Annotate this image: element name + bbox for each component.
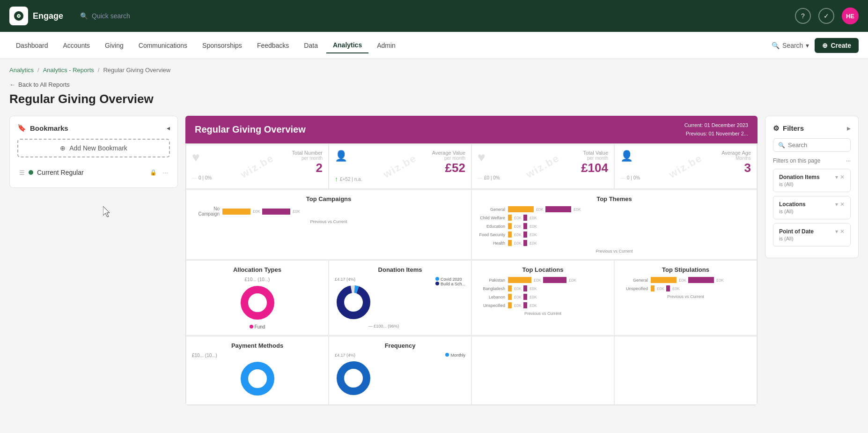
chart-title-campaigns: Top Campaigns (192, 195, 465, 202)
stat-label-2: Total Value (581, 150, 608, 156)
add-bookmark-button[interactable]: ⊕ Add New Bookmark (17, 139, 170, 157)
nav-feedbacks[interactable]: Feedbacks (250, 38, 295, 53)
logo-icon (9, 7, 28, 25)
stat-value-0: 2 (292, 161, 323, 175)
nav-analytics[interactable]: Analytics (326, 37, 368, 53)
svg-point-4 (244, 366, 271, 392)
tasks-button[interactable]: ✓ (818, 8, 834, 24)
help-button[interactable]: ? (795, 8, 811, 24)
bookmarks-header: 🔖 Bookmarks ◂ (17, 124, 170, 132)
stat-value-2: £104 (581, 161, 608, 175)
logo-wrap[interactable]: Engage (9, 7, 63, 25)
chart-top-stipulations: Top Stipulations General £0K £0K (614, 260, 757, 336)
chart-placeholder-2 (614, 336, 757, 405)
avatar[interactable]: HE (842, 7, 859, 24)
nav-dashboard[interactable]: Dashboard (9, 38, 55, 53)
chart-title-stipulations: Top Stipulations (620, 266, 751, 273)
nav-admin[interactable]: Admin (370, 38, 402, 53)
filter-donation-items: Donation Items ▾ ✕ is (All) (773, 169, 851, 192)
stat-sub-1: per month (432, 156, 465, 161)
search-icon: 🔍 (80, 12, 88, 20)
nav-right: 🔍 Search ▾ ⊕ Create (772, 38, 859, 53)
stat-footer-0: — 0 | 0% (192, 175, 323, 180)
filter-search-input[interactable] (788, 142, 846, 149)
bookmarks-panel: 🔖 Bookmarks ◂ ⊕ Add New Bookmark ☰ Curre… (9, 116, 178, 188)
svg-point-0 (244, 290, 271, 316)
dashboard-header: Regular Giving Overview Current: 01 Dece… (185, 116, 758, 143)
bar-row-no-campaign: No Campaign £0K £0K (192, 206, 465, 216)
dashboard-current-date: Current: 01 December 2023 (684, 121, 748, 130)
chart-title-payment: Payment Methods (192, 342, 323, 349)
campaigns-chart: No Campaign £0K £0K (192, 206, 465, 216)
chart-title-themes: Top Themes (478, 195, 751, 202)
page-header: ← Back to All Reports Regular Giving Ove… (9, 77, 859, 116)
filters-title: ⚙ Filters (773, 124, 804, 133)
chart-title-frequency: Frequency (335, 342, 465, 349)
allocation-donut (239, 284, 276, 321)
chevron-down-icon: ▾ (806, 42, 809, 49)
top-bar-right: ? ✓ HE (795, 7, 859, 24)
charts-row-1: Top Campaigns No Campaign £0K £0K (186, 189, 757, 260)
breadcrumb-sep1: / (37, 67, 39, 74)
collapse-bookmarks-button[interactable]: ◂ (167, 124, 170, 132)
expand-filters-icon[interactable]: ▸ (847, 124, 851, 133)
stat-label-1: Average Value (432, 150, 465, 156)
themes-chart: General £0K £0K Child Welfare (478, 206, 751, 246)
stat-average-age: 👤 Average Age Months 3 — 0 | 0% wiz.be (614, 144, 757, 189)
nav-communications[interactable]: Communications (132, 38, 194, 53)
chart-title-locations: Top Locations (478, 266, 608, 273)
stat-value-3: 3 (721, 161, 751, 175)
chart-placeholder-1 (471, 336, 614, 405)
charts-row-3: Payment Methods £10... (10...) Freq (186, 336, 757, 405)
breadcrumb: Analytics / Analytics - Reports / Regula… (9, 59, 859, 77)
filter-expand-icon-0[interactable]: ▾ (835, 174, 838, 180)
search-icon: 🔍 (772, 42, 780, 49)
filters-more-icon[interactable]: ··· (846, 157, 851, 164)
filter-clear-icon-1[interactable]: ✕ (840, 201, 845, 208)
chart-title-allocation: Allocation Types (192, 266, 323, 273)
stat-footer-2: — £0 | 0% (478, 175, 608, 180)
dashboard-area: Regular Giving Overview Current: 01 Dece… (185, 116, 758, 405)
filter-expand-icon-1[interactable]: ▾ (835, 201, 838, 208)
stat-value-1: £52 (432, 161, 465, 175)
back-arrow-icon: ← (9, 81, 15, 88)
filters-header: ⚙ Filters ▸ (773, 124, 851, 133)
breadcrumb-reports[interactable]: Analytics - Reports (43, 67, 94, 74)
page-content: Analytics / Analytics - Reports / Regula… (0, 59, 868, 405)
svg-point-3 (340, 289, 367, 315)
breadcrumb-current: Regular Giving Overview (103, 67, 170, 74)
filter-expand-icon-2[interactable]: ▾ (835, 228, 838, 235)
page-title: Regular Giving Overview (9, 92, 859, 106)
filter-clear-icon-0[interactable]: ✕ (840, 174, 845, 180)
donation-donut (335, 284, 372, 321)
stat-total-number: ♥ Total Number per month 2 — 0 | 0% wiz.… (186, 144, 329, 189)
stat-sub-0: per month (292, 156, 323, 161)
dashboard-title: Regular Giving Overview (195, 124, 306, 135)
create-button[interactable]: ⊕ Create (815, 38, 859, 53)
bookmarks-title: 🔖 Bookmarks (17, 124, 68, 132)
bookmark-more-icon[interactable]: ··· (162, 169, 168, 176)
nav-giving[interactable]: Giving (98, 38, 130, 53)
quick-search-bar[interactable]: 🔍 Quick search (80, 12, 130, 20)
nav-search[interactable]: 🔍 Search ▾ (772, 42, 809, 49)
lock-icon: 🔒 (150, 169, 157, 176)
nav-data[interactable]: Data (297, 38, 324, 53)
svg-point-5 (340, 365, 367, 391)
stat-sub-3: Months (721, 156, 751, 161)
charts-row-2: Allocation Types £10... (10...) Fund (186, 260, 757, 336)
nav-sponsorships[interactable]: Sponsorships (196, 38, 249, 53)
filter-clear-icon-2[interactable]: ✕ (840, 228, 845, 235)
nav-accounts[interactable]: Accounts (57, 38, 97, 53)
filters-on-page-label: Filters on this page ··· (773, 157, 851, 164)
payment-donut (239, 360, 276, 397)
filter-search-box[interactable]: 🔍 (773, 138, 851, 152)
back-link[interactable]: ← Back to All Reports (9, 81, 859, 88)
stat-sub-2: per month (581, 156, 608, 161)
bookmark-item[interactable]: ☰ Current Regular 🔒 ··· (17, 165, 170, 180)
breadcrumb-analytics[interactable]: Analytics (9, 67, 34, 74)
stats-row: ♥ Total Number per month 2 — 0 | 0% wiz.… (186, 144, 757, 189)
plus-icon: ⊕ (822, 42, 828, 49)
bookmark-icon: 🔖 (17, 124, 26, 132)
main-nav: Dashboard Accounts Giving Communications… (0, 32, 868, 59)
menu-icon: ☰ (19, 169, 25, 176)
